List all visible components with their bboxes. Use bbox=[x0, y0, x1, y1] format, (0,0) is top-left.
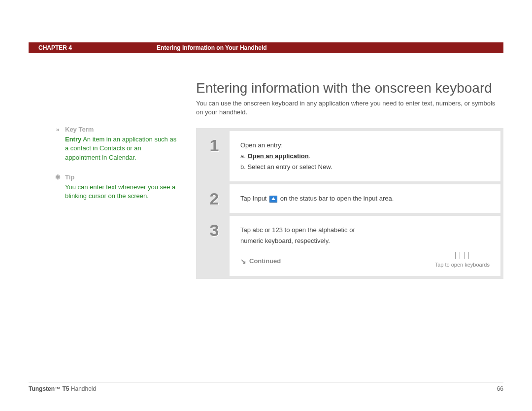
step-2-post: on the status bar to open the input area… bbox=[280, 195, 394, 202]
step-2-content: Tap Input on the status bar to open the … bbox=[230, 184, 500, 213]
page-number: 66 bbox=[497, 385, 503, 392]
step-1-content: Open an entry: a. Open an application. b… bbox=[230, 131, 500, 181]
step-number: 3 bbox=[199, 216, 230, 276]
step-1-a-prefix: a. bbox=[240, 152, 246, 160]
step-number: 1 bbox=[199, 131, 230, 181]
step-3: 3 Tap abc or 123 to open the alphabetic … bbox=[199, 216, 500, 276]
step-1-a-suffix: . bbox=[309, 152, 311, 160]
tip-text: You can enter text whenever you see a bl… bbox=[65, 183, 175, 200]
keyterm-text: An item in an application such as a cont… bbox=[65, 136, 176, 161]
step-1-b: b. Select an entry or select New. bbox=[240, 162, 490, 172]
keyboard-indicator-icon bbox=[435, 252, 490, 259]
step-3-text: Tap abc or 123 to open the alphabetic or… bbox=[240, 225, 368, 246]
intro-text: You can use the onscreen keyboard in any… bbox=[196, 99, 503, 117]
step-3-content: Tap abc or 123 to open the alphabetic or… bbox=[230, 216, 500, 276]
open-application-link[interactable]: Open an application bbox=[247, 152, 308, 160]
tip-body: You can enter text whenever you see a bl… bbox=[65, 183, 177, 201]
step-1-line1: Open an entry: bbox=[240, 140, 490, 151]
step-2-pre: Tap Input bbox=[240, 195, 268, 202]
page-heading: Entering information with the onscreen k… bbox=[196, 80, 492, 96]
abc-box-icon bbox=[455, 252, 460, 259]
step-number: 2 bbox=[199, 184, 230, 213]
tip-symbol-icon: ✱ bbox=[54, 173, 61, 182]
keyterm-body: Entry An item in an application such as … bbox=[65, 135, 177, 162]
page-footer: Tungsten™ T5 Handheld 66 bbox=[29, 382, 503, 392]
input-icon bbox=[269, 196, 277, 203]
keyterm-label: Key Term bbox=[65, 125, 94, 134]
chapter-label: CHAPTER 4 bbox=[29, 44, 157, 51]
tap-caption: Tap to open keyboards bbox=[435, 260, 490, 270]
step-1-a: a. Open an application. bbox=[240, 151, 490, 162]
step-2: 2 Tap Input on the status bar to open th… bbox=[199, 184, 500, 213]
continued-label: Continued bbox=[249, 256, 281, 267]
step-1: 1 Open an entry: a. Open an application.… bbox=[199, 131, 500, 181]
keyterm-block: » Key Term Entry An item in an applicati… bbox=[54, 125, 177, 162]
123-box-icon bbox=[464, 252, 469, 259]
product-bold: Tungsten™ T5 bbox=[29, 385, 69, 392]
product-name: Tungsten™ T5 Handheld bbox=[29, 385, 96, 392]
tip-block: ✱ Tip You can enter text whenever you se… bbox=[54, 173, 177, 201]
chapter-header: CHAPTER 4 Entering Information on Your H… bbox=[29, 42, 503, 53]
product-rest: Handheld bbox=[69, 385, 96, 392]
keyterm-term: Entry bbox=[65, 136, 81, 143]
tip-label-row: ✱ Tip bbox=[54, 173, 177, 182]
continued-arrow-icon: ↘ bbox=[240, 256, 246, 268]
sidebar: » Key Term Entry An item in an applicati… bbox=[54, 125, 177, 211]
tip-label: Tip bbox=[65, 173, 74, 182]
keyterm-symbol-icon: » bbox=[54, 125, 61, 134]
keyterm-label-row: » Key Term bbox=[54, 125, 177, 134]
tap-keyboards-callout: Tap to open keyboards bbox=[435, 252, 490, 270]
steps-container: 1 Open an entry: a. Open an application.… bbox=[196, 128, 503, 279]
chapter-title: Entering Information on Your Handheld bbox=[157, 44, 503, 51]
